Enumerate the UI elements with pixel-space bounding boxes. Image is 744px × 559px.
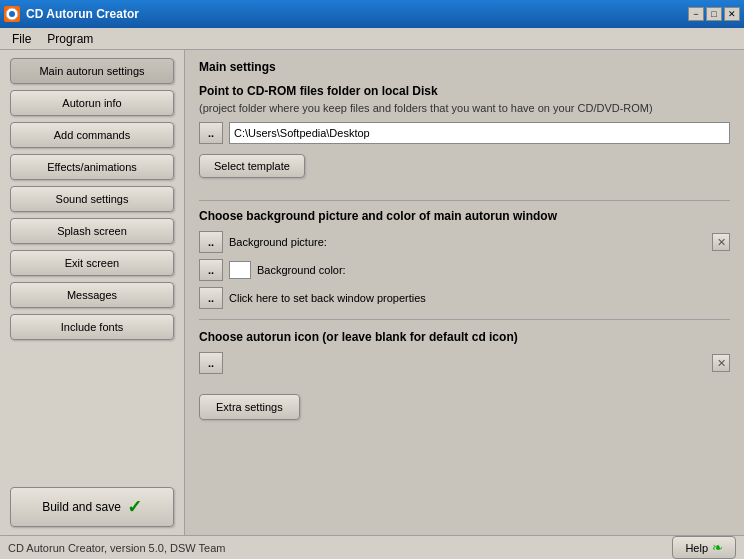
browse-bg-picture-button[interactable]: .. (199, 231, 223, 253)
build-and-save-button[interactable]: Build and save ✓ (10, 487, 174, 527)
window-title: CD Autorun Creator (26, 7, 688, 21)
point-sublabel: (project folder where you keep files and… (199, 102, 730, 114)
icon-section: Choose autorun icon (or leave blank for … (199, 330, 730, 374)
color-swatch[interactable] (229, 261, 251, 279)
point-label: Point to CD-ROM files folder on local Di… (199, 84, 730, 98)
clear-icon-button[interactable]: ✕ (712, 354, 730, 372)
help-label: Help (685, 542, 708, 554)
select-template-button[interactable]: Select template (199, 154, 305, 178)
status-text: CD Autorun Creator, version 5.0, DSW Tea… (8, 542, 225, 554)
browse-path-button[interactable]: .. (199, 122, 223, 144)
sidebar-item-main-autorun-settings[interactable]: Main autorun settings (10, 58, 174, 84)
background-section: Choose background picture and color of m… (199, 209, 730, 309)
path-row: .. (199, 122, 730, 144)
help-button[interactable]: Help ❧ (672, 536, 736, 559)
section-title: Main settings (199, 60, 730, 74)
menu-bar: File Program (0, 28, 744, 50)
sidebar-item-autorun-info[interactable]: Autorun info (10, 90, 174, 116)
extra-settings-button[interactable]: Extra settings (199, 394, 300, 420)
menu-file[interactable]: File (4, 30, 39, 48)
help-icon: ❧ (712, 540, 723, 555)
clear-bg-picture-button[interactable]: ✕ (712, 233, 730, 251)
sidebar-item-splash-screen[interactable]: Splash screen (10, 218, 174, 244)
sidebar-item-add-commands[interactable]: Add commands (10, 122, 174, 148)
icon-ellipsis: .. (208, 357, 214, 369)
sidebar-item-include-fonts[interactable]: Include fonts (10, 314, 174, 340)
bg-picture-row: .. Background picture: ✕ (199, 231, 730, 253)
app-icon (4, 6, 20, 22)
status-bar: CD Autorun Creator, version 5.0, DSW Tea… (0, 535, 744, 559)
x-icon-2: ✕ (717, 357, 726, 370)
separator-1 (199, 200, 730, 201)
bg-window-ellipsis: .. (208, 292, 214, 304)
content-area: Main settings Point to CD-ROM files fold… (185, 50, 744, 535)
sidebar: Main autorun settings Autorun info Add c… (0, 50, 185, 535)
maximize-button[interactable]: □ (706, 7, 722, 21)
sidebar-item-sound-settings[interactable]: Sound settings (10, 186, 174, 212)
browse-icon-button[interactable]: .. (199, 352, 223, 374)
bg-picture-ellipsis: .. (208, 236, 214, 248)
sidebar-item-effects-animations[interactable]: Effects/animations (10, 154, 174, 180)
svg-point-1 (9, 11, 15, 17)
bg-color-row: .. Background color: (199, 259, 730, 281)
bg-picture-label: Background picture: (229, 236, 327, 248)
bg-color-label: Background color: (257, 264, 346, 276)
icon-section-label: Choose autorun icon (or leave blank for … (199, 330, 730, 344)
bg-section-label: Choose background picture and color of m… (199, 209, 730, 223)
sidebar-item-messages[interactable]: Messages (10, 282, 174, 308)
browse-bg-color-button[interactable]: .. (199, 259, 223, 281)
icon-row: .. ✕ (199, 352, 730, 374)
browse-bg-window-button[interactable]: .. (199, 287, 223, 309)
separator-2 (199, 319, 730, 320)
title-bar: CD Autorun Creator − □ ✕ (0, 0, 744, 28)
path-input[interactable] (229, 122, 730, 144)
main-layout: Main autorun settings Autorun info Add c… (0, 50, 744, 535)
bg-window-row: .. Click here to set back window propert… (199, 287, 730, 309)
window-controls: − □ ✕ (688, 7, 740, 21)
sidebar-item-exit-screen[interactable]: Exit screen (10, 250, 174, 276)
checkmark-icon: ✓ (127, 496, 142, 518)
close-button[interactable]: ✕ (724, 7, 740, 21)
menu-program[interactable]: Program (39, 30, 101, 48)
build-and-save-label: Build and save (42, 500, 121, 514)
x-icon: ✕ (717, 236, 726, 249)
minimize-button[interactable]: − (688, 7, 704, 21)
bg-window-label: Click here to set back window properties (229, 292, 426, 304)
bg-color-ellipsis: .. (208, 264, 214, 276)
browse-path-ellipsis: .. (208, 127, 214, 139)
